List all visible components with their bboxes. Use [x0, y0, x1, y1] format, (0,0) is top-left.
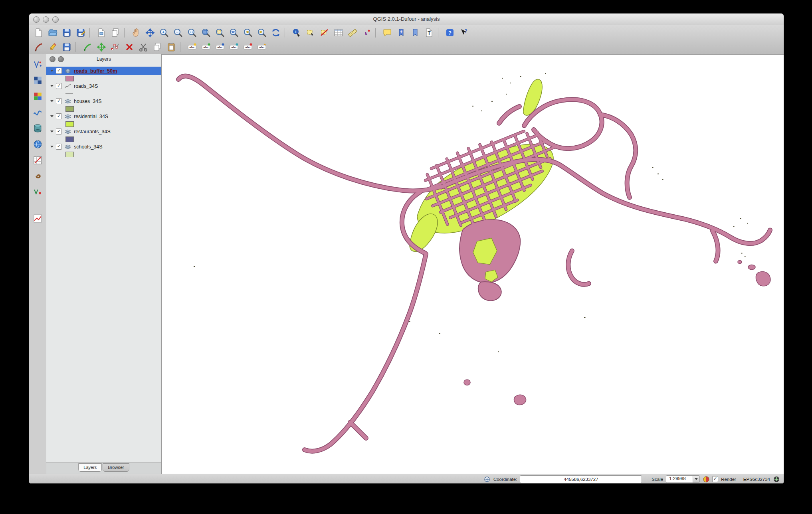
expander-icon[interactable]	[50, 130, 53, 132]
layer-swatch	[65, 152, 74, 157]
new-bookmark-icon[interactable]: +	[395, 27, 408, 39]
interpolation-icon[interactable]	[32, 107, 43, 118]
node-tool-icon[interactable]	[109, 41, 122, 53]
web-services-icon[interactable]	[32, 139, 43, 150]
render-checkbox[interactable]: ✓	[712, 476, 718, 482]
coordinate-input[interactable]	[520, 475, 642, 483]
text-annotation-icon[interactable]: T	[423, 27, 436, 39]
extent-icon[interactable]	[484, 476, 491, 482]
layer-item-residential-34s[interactable]: ✓ residential_34S	[46, 112, 161, 121]
select-features-icon[interactable]	[304, 27, 317, 39]
tab-layers[interactable]: Layers	[78, 463, 102, 472]
layer-checkbox[interactable]: ✓	[56, 83, 62, 89]
raster-tools-icon[interactable]	[32, 75, 43, 86]
layer-item-restaurants-34s[interactable]: ✓ restaurants_34S	[46, 127, 161, 136]
expander-icon[interactable]	[50, 100, 53, 102]
measure-line-icon[interactable]	[346, 27, 359, 39]
scale-combo-arrow[interactable]	[693, 476, 699, 482]
zoom-last-icon[interactable]	[242, 27, 254, 39]
expander-icon[interactable]	[50, 85, 53, 87]
label-pin-icon[interactable]: abc	[255, 41, 268, 53]
layer-type-icon	[64, 68, 71, 74]
label-settings-icon[interactable]: abc	[186, 41, 198, 53]
open-attribute-table-icon[interactable]	[332, 27, 345, 39]
new-print-composer-icon[interactable]	[95, 27, 108, 39]
add-feature-icon[interactable]	[81, 41, 94, 53]
layer-item-schools-34s[interactable]: ✓ schools_34S	[46, 142, 161, 151]
georeferencer-icon[interactable]	[32, 155, 43, 166]
zoom-full-extent-icon[interactable]	[200, 27, 212, 39]
checkbox-tick: ✓	[56, 129, 61, 133]
zoom-next-icon[interactable]	[255, 27, 268, 39]
pan-to-selection-icon[interactable]	[144, 27, 156, 39]
crs-label: EPSG:32734	[743, 477, 770, 482]
paste-features-icon[interactable]	[165, 41, 178, 53]
save-layer-edits-icon[interactable]	[60, 41, 73, 53]
color-raster-icon[interactable]	[32, 91, 43, 102]
database-icon[interactable]	[32, 123, 43, 134]
topology-checker-icon[interactable]	[32, 187, 43, 198]
expander-icon[interactable]	[50, 146, 53, 148]
deselect-features-icon[interactable]	[318, 27, 331, 39]
save-project-icon[interactable]	[60, 27, 73, 39]
checkbox-tick: ✓	[713, 476, 718, 481]
cut-features-icon[interactable]	[137, 41, 150, 53]
zoom-to-selection-icon[interactable]	[214, 27, 226, 39]
label-rotate-icon[interactable]: abc	[228, 41, 240, 53]
layers-panel-header: Layers	[46, 54, 161, 64]
layer-item-roads-34s[interactable]: ✓ roads_34S	[46, 82, 161, 90]
label-add-icon[interactable]: abc	[200, 41, 212, 53]
open-project-icon[interactable]	[46, 27, 59, 39]
zoom-to-layer-icon[interactable]	[228, 27, 240, 39]
expander-icon[interactable]	[50, 70, 53, 72]
layer-checkbox[interactable]: ✓	[56, 98, 62, 104]
zoom-out-icon[interactable]: −	[172, 27, 184, 39]
toolbar-separator	[375, 28, 378, 38]
zoom-actual-size-icon[interactable]: 1:1	[186, 27, 198, 39]
heatmap-icon[interactable]	[32, 171, 43, 182]
vector-tools-icon[interactable]	[32, 59, 43, 70]
show-statistics-icon[interactable]: ε	[360, 27, 373, 39]
whats-this-icon[interactable]: ?	[457, 27, 470, 39]
text-bubble-annotation-icon[interactable]	[381, 27, 394, 39]
titlebar[interactable]: QGIS 2.0.1-Dufour - analysis	[29, 14, 784, 25]
toggle-editing-icon[interactable]	[46, 41, 59, 53]
svg-text:abc: abc	[232, 45, 237, 49]
pan-map-icon[interactable]	[130, 27, 143, 39]
layer-checkbox[interactable]: ✓	[56, 113, 62, 119]
statusbar: Coordinate: Scale 1:29988 ✓ Render EPSG:…	[29, 474, 784, 484]
layer-item-roads-buffer-50m[interactable]: ✓ roads_buffer_50m	[46, 67, 161, 75]
svg-text:abc: abc	[259, 45, 265, 49]
save-project-as-icon[interactable]	[74, 27, 87, 39]
composer-manager-icon[interactable]	[109, 27, 122, 39]
layer-checkbox[interactable]: ✓	[56, 144, 62, 150]
label-move-icon[interactable]: abc	[214, 41, 226, 53]
delete-selected-icon[interactable]	[123, 41, 136, 53]
stop-render-icon[interactable]	[703, 476, 709, 482]
render-label: Render	[721, 477, 736, 482]
expander-icon[interactable]	[50, 115, 53, 117]
layer-block: ✓ roads_buffer_50m	[46, 67, 161, 82]
crs-status-icon[interactable]	[773, 476, 780, 482]
road-graph-icon[interactable]	[32, 213, 43, 224]
tab-browser[interactable]: Browser	[103, 463, 129, 472]
new-project-icon[interactable]	[32, 27, 45, 39]
current-edits-icon[interactable]	[32, 41, 45, 53]
toolbar-separator	[89, 28, 93, 38]
show-bookmarks-icon[interactable]	[409, 27, 422, 39]
scale-combo[interactable]: 1:29988	[666, 475, 700, 483]
move-feature-icon[interactable]	[95, 41, 108, 53]
layer-name: roads_buffer_50m	[74, 68, 117, 74]
refresh-map-icon[interactable]	[269, 27, 282, 39]
panel-tabs: Layers Browser	[46, 462, 161, 474]
help-contents-icon[interactable]: ?	[444, 27, 456, 39]
map-canvas[interactable]	[162, 54, 784, 474]
copy-features-icon[interactable]	[151, 41, 164, 53]
label-properties-icon[interactable]: abc	[242, 41, 254, 53]
layer-checkbox[interactable]: ✓	[56, 68, 62, 74]
layer-checkbox[interactable]: ✓	[56, 128, 62, 134]
identify-features-icon[interactable]: i	[290, 27, 303, 39]
layer-item-houses-34s[interactable]: ✓ houses_34S	[46, 97, 161, 105]
svg-text:abc: abc	[246, 45, 251, 49]
zoom-in-icon[interactable]: +	[158, 27, 170, 39]
